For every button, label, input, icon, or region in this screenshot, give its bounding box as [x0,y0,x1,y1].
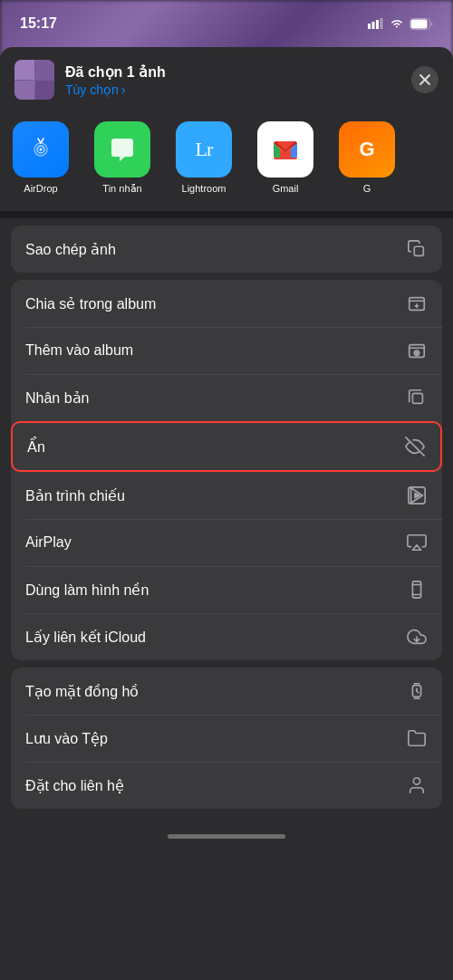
airplay-icon [406,532,428,553]
close-button[interactable] [411,66,439,93]
share-title: Đã chọn 1 ảnh [65,63,400,81]
share-subtitle[interactable]: Tùy chọn › [65,82,400,97]
svg-line-26 [417,691,419,693]
copy-icon [406,238,428,260]
extra-app-icon: G [339,121,395,178]
action-add-album[interactable]: Thêm vào album [11,327,442,374]
share-album-icon [406,293,428,314]
watch-icon [406,680,428,702]
svg-rect-3 [381,18,383,29]
app-messages[interactable]: Tin nhắn [82,118,163,198]
share-header: Đã chọn 1 ảnh Tùy chọn › [0,47,453,110]
app-airdrop[interactable]: AirDrop [0,118,82,198]
action-wallpaper[interactable]: Dùng làm hình nền [11,566,442,613]
selected-photo-icon [14,60,54,100]
app-gmail[interactable]: Gmail [245,118,326,198]
signal-icon [368,18,384,29]
action-slideshow[interactable]: Bản trình chiếu [11,472,442,519]
svg-rect-15 [412,394,422,404]
contact-icon [406,774,428,796]
action-group-main: Chia sẻ trong album Thêm vào album [11,280,442,660]
wifi-icon [390,18,404,29]
svg-rect-11 [414,246,423,255]
action-group-extra: Tạo mặt đồng hồ Lưu vào Tệp [11,668,442,809]
svg-rect-5 [411,19,428,28]
app-extra[interactable]: G G [326,118,408,198]
home-indicator [168,834,285,839]
svg-marker-20 [412,545,420,551]
action-copy-photo[interactable]: Sao chép ảnh [11,226,442,273]
wallpaper-icon [406,579,428,600]
airdrop-label: AirDrop [24,183,57,195]
svg-rect-21 [412,581,420,598]
svg-rect-2 [376,20,379,29]
svg-rect-0 [368,24,371,29]
status-icons [368,18,433,30]
action-hide[interactable]: Ẩn [11,421,442,472]
gmail-label: Gmail [273,183,299,195]
action-duplicate[interactable]: Nhân bản [11,374,442,421]
lightroom-app-icon: Lr [176,121,232,178]
action-share-album[interactable]: Chia sẻ trong album [11,280,442,327]
battery-icon [410,18,433,30]
action-group-copy: Sao chép ảnh [11,226,442,273]
hide-icon [404,436,426,457]
share-header-text: Đã chọn 1 ảnh Tùy chọn › [65,63,400,97]
app-lightroom[interactable]: Lr Lightroom [163,118,245,198]
icloud-icon [406,626,428,648]
svg-rect-1 [372,22,375,29]
add-album-icon [406,340,428,361]
svg-point-9 [40,149,43,151]
folder-icon [406,727,428,749]
action-icloud-link[interactable]: Lấy liên kết iCloud [11,613,442,660]
share-sheet: Đã chọn 1 ảnh Tùy chọn › [0,47,453,980]
extra-label: G [363,183,371,195]
svg-point-29 [413,778,419,784]
status-time: 15:17 [20,15,57,32]
airdrop-app-icon [13,121,69,178]
section-divider-1 [0,211,453,218]
messages-label: Tin nhắn [102,183,141,195]
messages-app-icon [94,121,150,178]
apps-row: AirDrop Tin nhắn Lr Lightroom [0,110,453,211]
lightroom-label: Lightroom [182,183,226,195]
duplicate-icon [406,387,428,408]
action-airplay[interactable]: AirPlay [11,519,442,566]
action-watch-face[interactable]: Tạo mặt đồng hồ [11,668,442,715]
gmail-app-icon [257,121,313,178]
action-save-files[interactable]: Lưu vào Tệp [11,715,442,762]
action-set-contact[interactable]: Đặt cho liên hệ [11,762,442,809]
slideshow-icon [406,485,428,506]
